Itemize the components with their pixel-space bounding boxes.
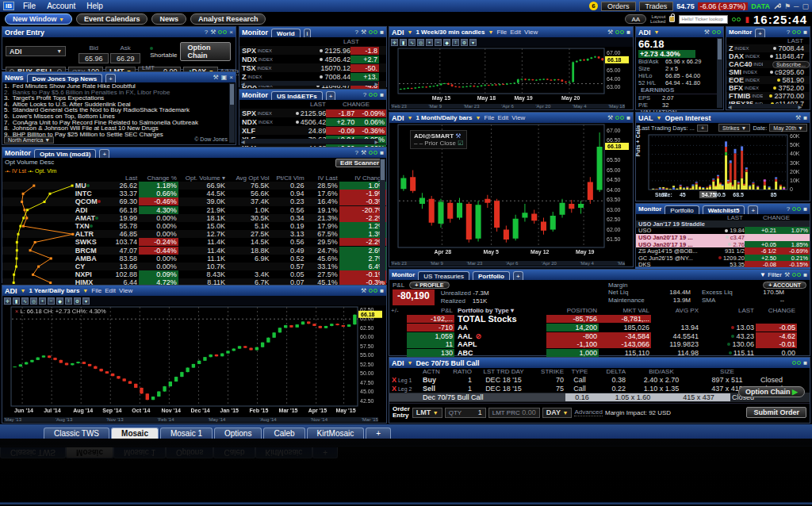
us-indetfs-tab[interactable]: US Ind&ETFs (271, 91, 323, 100)
help-icon[interactable]: ? (363, 91, 366, 98)
timeframe-combo[interactable]: 1 Month/Daily bars (416, 114, 472, 121)
scrollbar[interactable] (229, 83, 235, 143)
quote-symbol[interactable]: ADI (638, 29, 651, 36)
add-tab-button[interactable]: i (304, 29, 312, 37)
order-type-combo[interactable]: LMT ▼ (412, 408, 442, 418)
chart-tool-icon[interactable]: + (39, 297, 46, 305)
chart-scrollbar[interactable]: 'Feb 23'Mar 9'Mar 23'Apr 6'Apr 20'May 4'… (391, 104, 625, 109)
table-row[interactable]: NDX INDEX4506.42+2.700.06% (239, 117, 386, 126)
oi-symbol[interactable]: UAL (638, 114, 653, 122)
chart-tool-icon[interactable]: ∿ (408, 39, 416, 46)
add-tab-button[interactable]: + (513, 271, 523, 280)
chart-tool-icon[interactable]: ◎ (417, 39, 424, 46)
watchlist5-tab[interactable]: Watchlist5 (703, 205, 745, 214)
wrench-icon[interactable]: ⚒ (210, 29, 216, 36)
menu-account[interactable]: Account (41, 2, 81, 10)
chart-tool-icon[interactable]: ◆ (443, 39, 450, 46)
workspace-tab-kirtmosaic[interactable]: KirtMosaic (307, 427, 365, 439)
trades-button[interactable]: Trades (639, 2, 674, 11)
tif-combo[interactable]: DAY ▼ (542, 408, 573, 418)
chart-symbol[interactable]: ADI (392, 29, 404, 36)
wrench-icon[interactable]: ⚒ (607, 114, 613, 121)
chart-tool-icon[interactable]: ◎ (30, 297, 37, 305)
wrench-icon[interactable]: ⚒ (704, 29, 710, 36)
eyes-icon[interactable] (369, 93, 377, 97)
wrench-icon[interactable]: ⚒ (784, 271, 790, 278)
chart-scrollbar[interactable]: 'Feb 23'Mar 9'Mar 23'Apr 6'Apr 20'May 4'… (391, 261, 625, 266)
eyes-icon[interactable] (615, 30, 624, 34)
open-interest-chart[interactable] (645, 132, 808, 199)
chart-tool-icon[interactable]: ▮ (400, 39, 407, 46)
eyes-icon[interactable] (369, 151, 377, 155)
eyes-icon[interactable] (792, 30, 801, 34)
table-row[interactable]: TSX INDEX15070.12-50. (239, 63, 386, 72)
alert-icon[interactable]: ▮ (745, 15, 749, 24)
menu-help[interactable]: Help (81, 2, 109, 10)
chart-menu-view[interactable]: View (524, 29, 538, 36)
window-icon[interactable]: ■ (803, 205, 807, 213)
edit-scanner-button[interactable]: Edit Scanner (335, 159, 384, 167)
watchlist-row[interactable]: USO Jan'17 19 Straddle (636, 220, 810, 228)
window-icon[interactable]: ■ (803, 114, 807, 121)
remove-leg-button[interactable]: X Leg 1 (389, 376, 421, 384)
chart-tool-icon[interactable]: ✛ (4, 297, 11, 305)
h-scrollbar[interactable]: ◀▶ (241, 81, 378, 86)
portfolio-row[interactable]: 11AAPL-1,100-143,066119.9823130.06-0.01 (389, 340, 810, 349)
workspace-tab-mosaic[interactable]: Mosaic (111, 427, 159, 439)
chart-tool-icon[interactable]: + (426, 39, 433, 46)
scrollbar[interactable] (717, 38, 722, 108)
profile-button[interactable]: + PROFILE (409, 282, 449, 289)
h-scrollbar[interactable]: ◀▶ (728, 104, 802, 109)
chart-menu-view[interactable]: View (119, 287, 132, 294)
chart-menu-edit[interactable]: Edit (105, 287, 116, 294)
flag-icon[interactable]: ⚑ (784, 2, 791, 10)
minimize-icon[interactable]: ─ (794, 2, 799, 10)
chart-menu-file[interactable]: File (485, 114, 495, 121)
table-row[interactable]: SPX INDEX2125.96-1.87-0.09% (239, 109, 386, 117)
window-icon[interactable]: ■ (380, 149, 384, 156)
table-row[interactable]: BFX INDEX3752.00 (726, 84, 810, 92)
week-chart[interactable] (389, 47, 631, 102)
table-row[interactable]: EOE INDEX581.90 (726, 76, 810, 84)
add-tab-button[interactable]: + (105, 74, 116, 82)
filter-icon[interactable]: ▼ Filter (760, 271, 782, 278)
eyes-icon[interactable] (712, 30, 721, 34)
news-region-combo[interactable]: North America ▼ (4, 136, 54, 144)
menu-file[interactable]: File (17, 2, 41, 10)
optn-vlm-tab[interactable]: Optn Vlm (mod3) (34, 149, 96, 158)
timeframe-combo[interactable]: 1 Week/30 min candles (416, 29, 485, 36)
advanced-toggle[interactable]: Advanced (574, 408, 603, 416)
prior-close-legend[interactable]: Prior Close (424, 140, 456, 147)
chart-tool-icon[interactable]: ⚙ (461, 39, 468, 46)
table-row[interactable]: Z INDEX7008.44+13. (239, 72, 386, 81)
help-icon[interactable]: ? (787, 205, 790, 213)
orders-button[interactable]: Orders (601, 2, 636, 11)
help-icon[interactable]: ? (355, 149, 358, 156)
font-size-button[interactable]: AA (625, 14, 646, 24)
portfolio-tab[interactable]: Portfolio (665, 205, 699, 214)
help-icon[interactable]: ? (787, 29, 790, 36)
window-icon[interactable]: ■ (803, 271, 807, 278)
add-tab-button[interactable]: + (99, 149, 109, 158)
table-row[interactable]: DAX INDEX11848.47 (726, 52, 810, 60)
eyes-icon[interactable] (369, 30, 377, 34)
year-chart[interactable] (2, 305, 385, 415)
event-calendars-button[interactable]: Event Calendars (76, 13, 148, 25)
option-chain-button[interactable]: Option Chain (180, 42, 231, 61)
chart-menu-file[interactable]: File (496, 29, 507, 36)
wrench-icon[interactable]: ⚒ (795, 114, 801, 121)
new-window-button[interactable]: New Window ▼ (5, 13, 72, 25)
lmt-prc-field[interactable]: LMT PRC 0.00 (488, 408, 540, 418)
window-icon[interactable]: ■ (380, 287, 384, 294)
chart-tool-icon[interactable]: ∿ (21, 297, 29, 305)
qty-field[interactable]: QTY 1 (445, 408, 486, 418)
table-row[interactable]: Z INDEX7008.44 (726, 44, 810, 52)
chart-tool-icon[interactable]: ▮ (13, 297, 20, 305)
table-row[interactable]: FTMIB INDEX23770.00 (726, 92, 810, 100)
close-icon[interactable]: × (229, 74, 233, 81)
expand-button[interactable]: + (697, 125, 708, 132)
scrollbar[interactable] (380, 159, 385, 281)
strikes-combo[interactable]: Strikes ▼ (718, 124, 750, 132)
portfolio-row[interactable]: -710AA14,200185,02613.9413.03-0.05 (389, 324, 810, 332)
news-button[interactable]: News (151, 13, 186, 25)
